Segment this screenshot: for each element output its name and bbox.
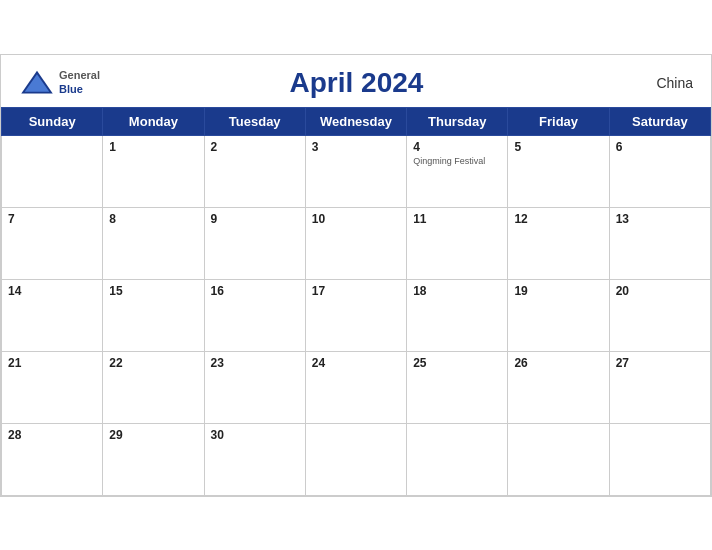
day-cell: 9 xyxy=(204,207,305,279)
day-cell: 2 xyxy=(204,135,305,207)
week-row-2: 78910111213 xyxy=(2,207,711,279)
day-cell: 1 xyxy=(103,135,204,207)
day-cell xyxy=(2,135,103,207)
day-number: 28 xyxy=(8,428,96,442)
day-cell: 8 xyxy=(103,207,204,279)
day-number: 25 xyxy=(413,356,501,370)
day-cell xyxy=(508,423,609,495)
day-number: 18 xyxy=(413,284,501,298)
day-number: 14 xyxy=(8,284,96,298)
day-cell: 15 xyxy=(103,279,204,351)
day-number: 26 xyxy=(514,356,602,370)
day-number: 2 xyxy=(211,140,299,154)
month-title: April 2024 xyxy=(100,67,613,99)
day-cell: 19 xyxy=(508,279,609,351)
day-number: 20 xyxy=(616,284,704,298)
header-tuesday: Tuesday xyxy=(204,107,305,135)
day-cell: 12 xyxy=(508,207,609,279)
day-cell xyxy=(305,423,406,495)
day-cell: 23 xyxy=(204,351,305,423)
generalblue-icon xyxy=(19,69,55,97)
day-number: 24 xyxy=(312,356,400,370)
logo-blue-text: Blue xyxy=(59,83,100,96)
logo-general-text: General xyxy=(59,69,100,82)
day-cell xyxy=(609,423,710,495)
calendar-table: Sunday Monday Tuesday Wednesday Thursday… xyxy=(1,107,711,496)
day-number: 4 xyxy=(413,140,501,154)
day-number: 3 xyxy=(312,140,400,154)
day-cell: 25 xyxy=(407,351,508,423)
day-cell: 24 xyxy=(305,351,406,423)
day-number: 8 xyxy=(109,212,197,226)
day-cell: 29 xyxy=(103,423,204,495)
day-cell: 3 xyxy=(305,135,406,207)
day-cell: 13 xyxy=(609,207,710,279)
day-cell: 11 xyxy=(407,207,508,279)
day-number: 11 xyxy=(413,212,501,226)
day-number: 12 xyxy=(514,212,602,226)
day-number: 10 xyxy=(312,212,400,226)
svg-marker-1 xyxy=(25,74,50,92)
day-number: 21 xyxy=(8,356,96,370)
header-thursday: Thursday xyxy=(407,107,508,135)
week-row-5: 282930 xyxy=(2,423,711,495)
day-number: 6 xyxy=(616,140,704,154)
day-number: 22 xyxy=(109,356,197,370)
day-cell: 16 xyxy=(204,279,305,351)
header-monday: Monday xyxy=(103,107,204,135)
day-number: 27 xyxy=(616,356,704,370)
calendar-header: General Blue April 2024 China xyxy=(1,55,711,107)
country-label: China xyxy=(613,75,693,91)
day-cell: 10 xyxy=(305,207,406,279)
day-cell: 4Qingming Festival xyxy=(407,135,508,207)
day-number: 15 xyxy=(109,284,197,298)
weekday-header-row: Sunday Monday Tuesday Wednesday Thursday… xyxy=(2,107,711,135)
week-row-3: 14151617181920 xyxy=(2,279,711,351)
day-cell: 26 xyxy=(508,351,609,423)
week-row-4: 21222324252627 xyxy=(2,351,711,423)
day-number: 7 xyxy=(8,212,96,226)
header-friday: Friday xyxy=(508,107,609,135)
day-number: 19 xyxy=(514,284,602,298)
logo: General Blue xyxy=(19,69,100,97)
day-cell: 6 xyxy=(609,135,710,207)
day-cell: 28 xyxy=(2,423,103,495)
day-number: 23 xyxy=(211,356,299,370)
day-cell: 5 xyxy=(508,135,609,207)
day-cell xyxy=(407,423,508,495)
day-number: 9 xyxy=(211,212,299,226)
day-number: 5 xyxy=(514,140,602,154)
event-label: Qingming Festival xyxy=(413,156,501,168)
day-number: 29 xyxy=(109,428,197,442)
logo-text: General Blue xyxy=(59,69,100,95)
day-cell: 20 xyxy=(609,279,710,351)
day-number: 16 xyxy=(211,284,299,298)
week-row-1: 1234Qingming Festival56 xyxy=(2,135,711,207)
day-cell: 22 xyxy=(103,351,204,423)
day-number: 30 xyxy=(211,428,299,442)
header-sunday: Sunday xyxy=(2,107,103,135)
day-cell: 21 xyxy=(2,351,103,423)
day-cell: 18 xyxy=(407,279,508,351)
header-wednesday: Wednesday xyxy=(305,107,406,135)
day-cell: 30 xyxy=(204,423,305,495)
day-cell: 14 xyxy=(2,279,103,351)
day-cell: 27 xyxy=(609,351,710,423)
calendar-container: General Blue April 2024 China Sunday Mon… xyxy=(0,54,712,497)
calendar-body: 1234Qingming Festival5678910111213141516… xyxy=(2,135,711,495)
day-cell: 17 xyxy=(305,279,406,351)
day-number: 13 xyxy=(616,212,704,226)
day-number: 1 xyxy=(109,140,197,154)
day-cell: 7 xyxy=(2,207,103,279)
header-saturday: Saturday xyxy=(609,107,710,135)
day-number: 17 xyxy=(312,284,400,298)
